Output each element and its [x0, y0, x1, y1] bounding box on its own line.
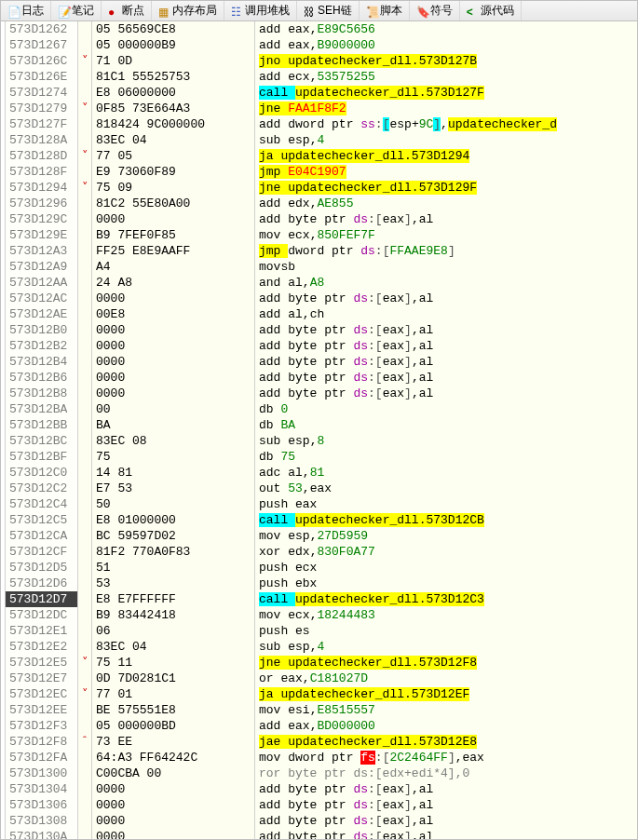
- toolbar: 📄日志📝笔记●断点▦内存布局☷调用堆栈⛓SEH链📜脚本🔖符号< >源代码: [1, 1, 637, 21]
- jump-arrow-gutter: [78, 481, 92, 496]
- disasm-row[interactable]: 573D12EC˅77 01ja updatechecker_dll.573D1…: [1, 686, 637, 702]
- disasm-cell: sub esp,4: [255, 639, 637, 655]
- disasm-token: ,: [412, 323, 419, 337]
- bytes-cell: 75 09: [92, 180, 255, 196]
- disasm-row[interactable]: 573D1279˅0F85 73E664A3jne FAA1F8F2: [1, 101, 637, 116]
- disasm-row[interactable]: 573D12AA24 A8and al,A8: [1, 275, 637, 291]
- disasm-row[interactable]: 573D12C2E7 53out 53,eax: [1, 481, 637, 496]
- disasm-row[interactable]: 573D12A9A4movsb: [1, 259, 637, 275]
- toolbar-sym-button[interactable]: 🔖符号: [410, 1, 460, 20]
- disasm-row[interactable]: 573D12EEBE 575551E8mov esi,E8515557: [1, 702, 637, 718]
- disasm-token: ]: [404, 339, 412, 353]
- address-cell: 573D12D5: [6, 560, 78, 576]
- disasm-token: add: [259, 782, 288, 796]
- disasm-token: add: [259, 719, 288, 733]
- disasm-token: esp: [288, 640, 309, 654]
- disasm-row[interactable]: 573D12C014 81adc al,81: [1, 465, 637, 481]
- disasm-row[interactable]: 573D13080000add byte ptr ds:[eax],al: [1, 813, 637, 829]
- disasm-row[interactable]: 573D126705 000000B9add eax,B9000000: [1, 37, 637, 53]
- disasm-token: ,: [303, 276, 310, 290]
- disasm-row[interactable]: 573D12A3FF25 E8E9AAFFjmp dword ptr ds:[F…: [1, 243, 637, 259]
- disasm-row[interactable]: 573D128D˅77 05ja updatechecker_dll.573D1…: [1, 148, 637, 164]
- disasm-row[interactable]: 573D12B80000add byte ptr ds:[eax],al: [1, 386, 637, 401]
- bytes-cell: E8 06000000: [92, 85, 255, 101]
- disasm-row[interactable]: 573D13040000add byte ptr ds:[eax],al: [1, 781, 637, 797]
- disasm-row[interactable]: 573D12AC0000add byte ptr ds:[eax],al: [1, 291, 637, 306]
- disasm-row[interactable]: 573D126C˅71 0Djno updatechecker_dll.573D…: [1, 53, 637, 69]
- disasm-row[interactable]: 573D12CABC 59597D02mov esp,27D5959: [1, 528, 637, 544]
- disasm-row[interactable]: 573D129681C2 55E80A00add edx,AE855: [1, 196, 637, 211]
- disasm-row[interactable]: 573D129C0000add byte ptr ds:[eax],al: [1, 211, 637, 227]
- toolbar-mem-button[interactable]: ▦内存布局: [152, 1, 224, 20]
- toolbar-log-button[interactable]: 📄日志: [1, 1, 51, 20]
- disasm-token: eax: [383, 782, 404, 796]
- disasm-token: [: [375, 814, 383, 828]
- disasm-token: updatechecker_dll.573D12CB: [295, 513, 484, 527]
- disasm-row[interactable]: 573D12B20000add byte ptr ds:[eax],al: [1, 338, 637, 354]
- disasm-row[interactable]: 573D1300C00CBA 00ror byte ptr ds:[edx+ed…: [1, 765, 637, 781]
- disasm-row[interactable]: 573D12F8ˆ73 EEjae updatechecker_dll.573D…: [1, 734, 637, 750]
- disasm-row[interactable]: 573D12F305 000000BDadd eax,BD000000: [1, 718, 637, 734]
- address-cell: 573D12BF: [6, 449, 78, 465]
- disasm-row[interactable]: 573D12FA64:A3 FF64242Cmov dword ptr fs:[…: [1, 750, 637, 765]
- disasm-token: eax: [383, 212, 404, 226]
- disasm-token: add: [259, 70, 288, 84]
- disasm-row[interactable]: 573D12C450push eax: [1, 496, 637, 512]
- address-cell: 573D12B6: [6, 370, 78, 386]
- disasm-row[interactable]: 573D12BF75db 75: [1, 449, 637, 465]
- bytes-cell: 0000: [92, 338, 255, 354]
- toolbar-bp-button[interactable]: ●断点: [102, 1, 152, 20]
- disasm-row[interactable]: 573D128A83EC 04sub esp,4: [1, 132, 637, 148]
- jump-arrow-gutter: ˆ: [78, 734, 92, 750]
- disasm-token: ecx: [288, 228, 309, 242]
- toolbar-script-button[interactable]: 📜脚本: [360, 1, 410, 20]
- disasm-row[interactable]: 573D12B60000add byte ptr ds:[eax],al: [1, 370, 637, 386]
- bytes-cell: 24 A8: [92, 275, 255, 291]
- disasm-row[interactable]: 573D13060000add byte ptr ds:[eax],al: [1, 797, 637, 813]
- disasm-token: eax: [383, 386, 404, 400]
- disasm-token: mov: [259, 228, 288, 242]
- disasm-row[interactable]: 573D12D551push ecx: [1, 560, 637, 576]
- disasm-token: eax: [288, 22, 309, 36]
- disasm-row[interactable]: 573D12CF81F2 770A0F83xor edx,830F0A77: [1, 544, 637, 560]
- disasm-row[interactable]: 573D12E70D 7D0281C1or eax,C181027D: [1, 671, 637, 686]
- disasm-row[interactable]: 573D12C5E8 01000000call updatechecker_dl…: [1, 512, 637, 528]
- address-cell: 573D128F: [6, 164, 78, 180]
- disasm-token: push: [259, 576, 295, 590]
- disasm-token: eax: [383, 355, 404, 369]
- disasm-token: byte ptr: [288, 212, 353, 226]
- disasm-row[interactable]: 573D126205 56569CE8add eax,E89C5656: [1, 21, 637, 37]
- disasm-token: ]: [404, 291, 412, 305]
- toolbar-label: 调用堆栈: [245, 3, 290, 19]
- address-cell: 573D128A: [6, 132, 78, 148]
- toolbar-src-button[interactable]: < >源代码: [460, 1, 522, 20]
- disasm-row[interactable]: 573D12BA00db 0: [1, 401, 637, 417]
- disasm-row[interactable]: 573D127F818424 9C000000add dword ptr ss:…: [1, 116, 637, 132]
- sym-icon: 🔖: [416, 6, 428, 17]
- disasm-row[interactable]: 573D12BC83EC 08sub esp,8: [1, 433, 637, 449]
- disasm-row[interactable]: 573D12D7E8 E7FFFFFFcall updatechecker_dl…: [1, 591, 637, 607]
- disasm-row[interactable]: 573D12E106push es: [1, 623, 637, 639]
- disasm-row[interactable]: 573D12AE00E8add al,ch: [1, 306, 637, 322]
- disasm-cell: add dword ptr ss:[esp+9C],updatechecker_…: [255, 116, 637, 132]
- disasm-row[interactable]: 573D12D653push ebx: [1, 576, 637, 591]
- disasm-row[interactable]: 573D12E5˅75 11jne updatechecker_dll.573D…: [1, 655, 637, 671]
- jump-arrow-gutter: ˅: [78, 53, 92, 69]
- disasm-token: 75: [280, 450, 295, 464]
- disasm-row[interactable]: 573D129EB9 7FEF0F85mov ecx,850FEF7F: [1, 227, 637, 243]
- toolbar-note-button[interactable]: 📝笔记: [51, 1, 102, 20]
- disasm-row[interactable]: 573D128FE9 73060F89jmp E04C1907: [1, 164, 637, 180]
- disasm-row[interactable]: 573D1274E8 06000000call updatechecker_dl…: [1, 85, 637, 101]
- disasm-row[interactable]: 573D12DCB9 83442418mov ecx,18244483: [1, 607, 637, 623]
- disasm-row[interactable]: 573D12B40000add byte ptr ds:[eax],al: [1, 354, 637, 370]
- toolbar-stack-button[interactable]: ☷调用堆栈: [224, 1, 297, 20]
- disasm-row[interactable]: 573D12E283EC 04sub esp,4: [1, 639, 637, 655]
- disasm-token: byte ptr: [288, 814, 353, 828]
- toolbar-seh-button[interactable]: ⛓SEH链: [297, 1, 360, 20]
- disasm-row[interactable]: 573D12BBBAdb BA: [1, 417, 637, 433]
- disasm-row[interactable]: 573D12B00000add byte ptr ds:[eax],al: [1, 322, 637, 338]
- disassembly-view[interactable]: 573D126205 56569CE8add eax,E89C5656573D1…: [1, 21, 637, 840]
- disasm-row[interactable]: 573D130A0000add byte ptr ds:[eax],al: [1, 829, 637, 840]
- disasm-row[interactable]: 573D1294˅75 09jne updatechecker_dll.573D…: [1, 180, 637, 196]
- disasm-row[interactable]: 573D126E81C1 55525753add ecx,53575255: [1, 69, 637, 85]
